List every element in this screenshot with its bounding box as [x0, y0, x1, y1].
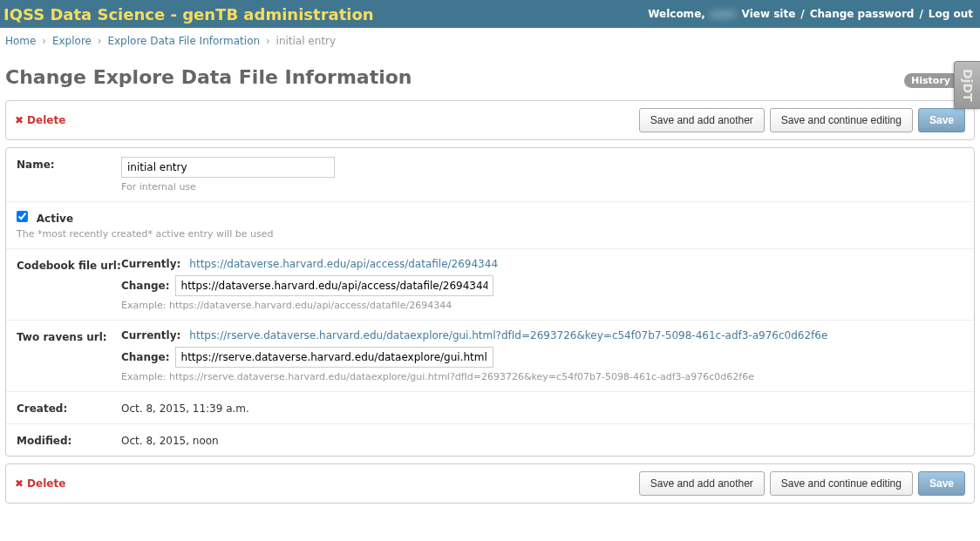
codebook-currently-link[interactable]: https://dataverse.harvard.edu/api/access… [189, 258, 498, 270]
page-title: Change Explore Data File Information [5, 66, 975, 88]
active-label[interactable]: Active [37, 213, 73, 225]
change-password-link[interactable]: Change password [810, 8, 915, 20]
admin-header: IQSS Data Science - genTB administration… [0, 0, 980, 28]
submit-row-bottom: ✖ Delete Save and add another Save and c… [5, 463, 975, 504]
djdt-toggle[interactable]: DjDT [954, 61, 980, 109]
tworavens-help: Example: https://rserve.dataverse.harvar… [121, 371, 963, 382]
logout-link[interactable]: Log out [929, 8, 973, 20]
breadcrumb-current: initial entry [276, 35, 337, 47]
save-continue-button[interactable]: Save and continue editing [770, 108, 913, 132]
breadcrumb-home[interactable]: Home [5, 35, 36, 47]
history-button[interactable]: History [904, 73, 957, 88]
modified-label: Modified: [17, 433, 121, 447]
tworavens-currently-link[interactable]: https://rserve.dataverse.harvard.edu/dat… [189, 329, 827, 342]
tworavens-change-label: Change: [121, 351, 170, 363]
codebook-url-input[interactable] [175, 275, 493, 296]
tworavens-url-input[interactable] [175, 347, 493, 368]
codebook-change-label: Change: [121, 280, 170, 292]
view-site-link[interactable]: View site [742, 8, 796, 20]
delete-label: Delete [27, 114, 65, 126]
codebook-help: Example: https://dataverse.harvard.edu/a… [121, 300, 963, 311]
active-help: The *most recently created* active entry… [17, 228, 963, 240]
form-module: Name: For internal use Active The *most … [5, 147, 975, 456]
welcome-text: Welcome, [648, 8, 705, 20]
name-input[interactable] [121, 157, 335, 178]
name-label: Name: [17, 157, 121, 193]
save-button[interactable]: Save [918, 471, 965, 496]
tworavens-currently-label: Currently: [121, 329, 180, 342]
delete-button-bottom[interactable]: ✖ Delete [15, 477, 65, 490]
delete-button-top[interactable]: ✖ Delete [15, 114, 65, 126]
save-continue-button[interactable]: Save and continue editing [770, 471, 913, 496]
username: user [709, 8, 738, 20]
save-add-another-button[interactable]: Save and add another [639, 108, 765, 132]
breadcrumb-explore[interactable]: Explore [52, 35, 92, 47]
codebook-currently-label: Currently: [121, 258, 180, 270]
codebook-label: Codebook file url: [17, 258, 121, 311]
tworavens-label: Two ravens url: [17, 329, 121, 382]
modified-value: Oct. 8, 2015, noon [121, 433, 963, 447]
name-help: For internal use [121, 181, 963, 193]
breadcrumb-model[interactable]: Explore Data File Information [107, 35, 260, 47]
field-modified: Modified: Oct. 8, 2015, noon [6, 423, 974, 456]
created-label: Created: [17, 401, 121, 415]
field-created: Created: Oct. 8, 2015, 11:39 a.m. [6, 391, 974, 423]
save-add-another-button[interactable]: Save and add another [639, 471, 765, 496]
field-name: Name: For internal use [6, 148, 974, 201]
save-button[interactable]: Save [918, 108, 965, 132]
delete-label: Delete [27, 477, 65, 490]
delete-icon: ✖ [15, 477, 24, 490]
field-codebook-url: Codebook file url: Currently: https://da… [6, 248, 974, 320]
user-tools: Welcome, user View site / Change passwor… [648, 8, 973, 20]
field-tworavens-url: Two ravens url: Currently: https://rserv… [6, 320, 974, 391]
breadcrumb: Home › Explore › Explore Data File Infor… [0, 28, 980, 54]
delete-icon: ✖ [15, 114, 24, 126]
field-active: Active The *most recently created* activ… [6, 201, 974, 248]
active-checkbox[interactable] [17, 211, 28, 222]
created-value: Oct. 8, 2015, 11:39 a.m. [121, 401, 963, 415]
site-title[interactable]: IQSS Data Science - genTB administration [3, 5, 374, 24]
submit-row-top: ✖ Delete Save and add another Save and c… [5, 100, 975, 140]
